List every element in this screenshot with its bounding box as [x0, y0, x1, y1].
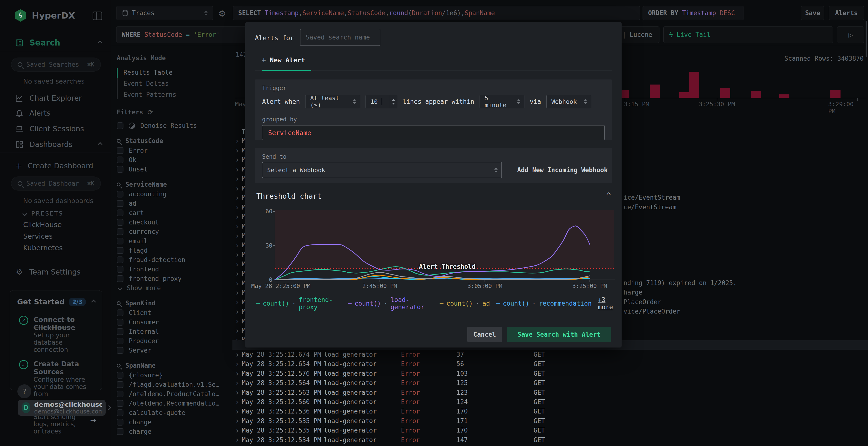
collapse-section-icon[interactable]: ^ [607, 191, 611, 200]
comparator-select[interactable]: At least (≥) [305, 95, 360, 108]
expand-chevron-icon[interactable]: › [235, 260, 240, 269]
table-row[interactable]: ›May 28 3:25:12.535 PMload-generatorErro… [232, 425, 868, 435]
add-webhook-button[interactable]: Add New Incoming Webhook [517, 166, 608, 174]
analysis-mode-results-table[interactable]: Results Table [117, 67, 232, 78]
legend-item-ad[interactable]: —count()·ad [440, 300, 490, 307]
expand-chevron-icon[interactable]: › [235, 203, 240, 211]
saved-searches-search[interactable]: ⌘K [11, 58, 101, 71]
filter-option[interactable]: Error [117, 146, 232, 155]
checkbox[interactable] [117, 157, 123, 163]
table-row[interactable]: ›May 28 3:25:12.563 PMload-generatorErro… [232, 388, 868, 397]
filter-option[interactable]: accounting [117, 189, 232, 199]
checkbox[interactable] [117, 372, 123, 379]
expand-chevron-icon[interactable]: › [235, 250, 240, 259]
checkbox[interactable] [117, 247, 123, 254]
checkbox[interactable] [117, 256, 123, 263]
filter-option[interactable]: change [117, 417, 232, 427]
table-row[interactable]: ›May 28 3:25:12.535 PMload-generatorErro… [232, 416, 868, 426]
table-row[interactable]: ›May 28 3:25:12.536 PMload-generatorErro… [232, 407, 868, 416]
preset-kubernetes[interactable]: Kubernetes [23, 244, 63, 252]
expand-chevron-icon[interactable]: › [235, 241, 240, 249]
sidebar-item-alerts[interactable]: Alerts [15, 109, 102, 117]
table-row[interactable]: ›May 28 3:25:12.654 PMload-generatorErro… [232, 359, 868, 369]
histogram-bar[interactable] [779, 94, 789, 98]
expand-chevron-icon[interactable]: › [235, 398, 240, 406]
query-settings-gear-icon[interactable]: ⚙ [218, 9, 226, 19]
expand-chevron-icon[interactable]: › [235, 369, 240, 378]
threshold-number-input[interactable]: 10 [366, 95, 397, 108]
checkbox[interactable] [117, 400, 123, 407]
filter-option[interactable]: ad [117, 199, 232, 208]
grouped-by-input[interactable]: ServiceName [262, 125, 605, 140]
presets-toggle[interactable]: PRESETS [23, 210, 63, 217]
lucene-option[interactable]: Lucene [629, 31, 652, 38]
tab-new-alert[interactable]: + New Alert [261, 56, 305, 64]
sidebar-item-dashboards[interactable]: Dashboards [15, 140, 102, 148]
select-query-input[interactable]: SELECT Timestamp,ServiceName,StatusCode,… [233, 6, 640, 20]
filter-option[interactable]: cart [117, 208, 232, 217]
expand-chevron-icon[interactable]: › [235, 175, 240, 183]
checkbox[interactable] [117, 381, 123, 388]
histogram-bar[interactable] [689, 72, 699, 98]
filter-option[interactable]: Internal [117, 327, 232, 336]
order-by-input[interactable]: ORDER BY Timestamp DESC [643, 6, 744, 20]
table-row[interactable]: ›May 28 3:25:12.576 PMload-generatorErro… [232, 369, 868, 378]
filter-option[interactable]: email [117, 236, 232, 246]
preset-clickhouse[interactable]: ClickHouse [23, 220, 62, 229]
expand-chevron-icon[interactable]: › [235, 350, 240, 359]
expand-chevron-icon[interactable]: › [235, 222, 240, 231]
expand-chevron-icon[interactable]: › [235, 379, 240, 387]
table-row[interactable]: ›May 28 3:25:12.534 PMload-generatorErro… [232, 435, 868, 445]
checkbox[interactable] [117, 390, 123, 397]
filter-option[interactable]: /oteldemo.ProductCatalo… [117, 389, 232, 399]
user-menu-chevron-icon[interactable] [106, 405, 111, 410]
checkbox[interactable] [117, 275, 123, 282]
filter-option[interactable]: {closure} [117, 370, 232, 380]
expand-chevron-icon[interactable]: › [235, 298, 240, 306]
checkbox[interactable] [117, 200, 123, 207]
histogram-bar[interactable] [650, 84, 660, 98]
expand-chevron-icon[interactable]: › [235, 270, 240, 278]
expand-chevron-icon[interactable]: › [235, 137, 240, 145]
expand-chevron-icon[interactable]: › [235, 279, 240, 287]
checkbox[interactable] [117, 122, 123, 129]
sidebar-item-client-sessions[interactable]: Client Sessions [15, 125, 102, 133]
refresh-icon[interactable]: ⟳ [148, 108, 153, 116]
expand-chevron-icon[interactable]: › [235, 445, 240, 446]
filter-option[interactable]: Client [117, 308, 232, 317]
expand-chevron-icon[interactable]: › [235, 317, 240, 325]
checkbox[interactable] [117, 238, 123, 244]
channel-select[interactable]: Webhook [546, 95, 591, 108]
table-row[interactable]: ›May 28 3:25:12.674 PMload-generatorErro… [232, 350, 868, 359]
expand-chevron-icon[interactable]: › [235, 327, 240, 335]
checkbox[interactable] [117, 228, 123, 235]
checkbox[interactable] [117, 409, 123, 416]
expand-chevron-icon[interactable]: › [235, 194, 240, 202]
create-dashboard-button[interactable]: + Create Dashboard [16, 161, 93, 171]
source-select[interactable]: Traces [116, 6, 213, 20]
checkbox[interactable] [117, 147, 123, 154]
filter-option[interactable]: /flagd.evaluation.v1.Se… [117, 380, 232, 389]
user-menu[interactable]: D demos@clickhouse.com demos@clickhouse.… [18, 400, 105, 416]
webhook-select[interactable]: Select a Webhook [262, 162, 502, 178]
cancel-button[interactable]: Cancel [467, 327, 502, 342]
alerts-button[interactable]: Alerts [829, 6, 864, 20]
expand-chevron-icon[interactable]: › [235, 436, 240, 444]
expand-chevron-icon[interactable]: › [235, 407, 240, 416]
live-tail-button[interactable]: ϟ Live Tail [663, 27, 833, 43]
checkbox[interactable] [117, 219, 123, 226]
expand-chevron-icon[interactable]: › [235, 288, 240, 297]
save-search-with-alert-button[interactable]: Save Search with Alert [507, 327, 611, 342]
help-button[interactable]: ? [18, 384, 31, 398]
histogram-bar[interactable] [830, 90, 840, 98]
checkbox[interactable] [117, 266, 123, 273]
table-row[interactable]: ›May 28 3:25:12.564 PMload-generatorErro… [232, 378, 868, 388]
chevron-up-icon[interactable] [91, 300, 96, 304]
analysis-mode-event-patterns[interactable]: Event Patterns [117, 89, 232, 100]
filter-option[interactable]: currency [117, 227, 232, 236]
sidebar-item-chart-explorer[interactable]: Chart Explorer [15, 94, 102, 102]
legend-item-recommendation[interactable]: —count()·recommendation [496, 300, 592, 307]
checkbox[interactable] [117, 419, 123, 425]
number-spinner[interactable] [390, 95, 397, 108]
play-button[interactable]: ▷ [837, 27, 864, 43]
